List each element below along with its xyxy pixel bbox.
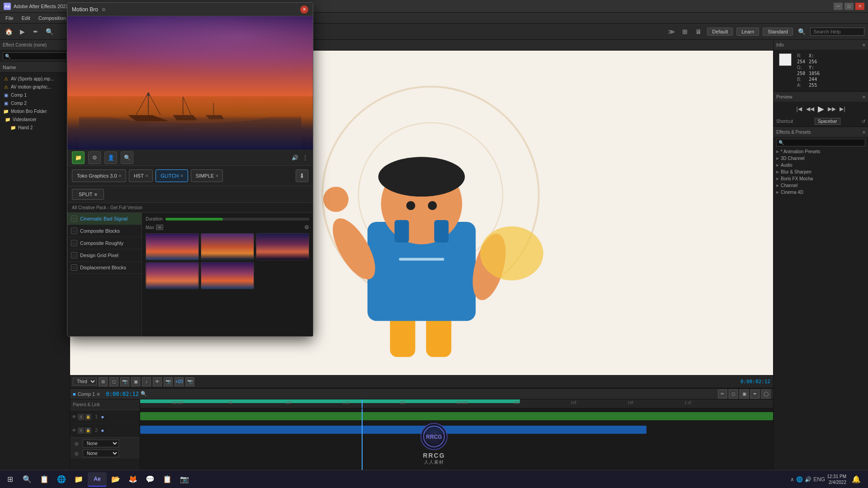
menu-edit[interactable]: Edit (18, 14, 34, 22)
mb-close-button[interactable]: ✕ (300, 5, 308, 14)
mb-download-btn[interactable]: ⬇ (296, 169, 308, 182)
monitor-icon[interactable]: 🖥 (693, 27, 703, 37)
workspace-standard[interactable]: Standard (763, 28, 793, 36)
mask-ctrl-btn[interactable]: ◻ (109, 377, 118, 386)
tl-btn-5[interactable]: ◯ (761, 389, 770, 399)
play-btn[interactable]: ▶ (816, 104, 826, 113)
mb-tag-toko[interactable]: Toko Graphics 3.0 ≡ (72, 169, 126, 182)
mb-tag-simple[interactable]: SIMPLE ≡ (191, 169, 223, 182)
track-eye-2[interactable]: 👁 (72, 428, 76, 433)
menu-composition[interactable]: Composition (35, 14, 70, 22)
workspace-learn[interactable]: Learn (736, 28, 759, 36)
view-select[interactable]: Third (73, 378, 97, 385)
effects-item-boris[interactable]: ▶ Boris FX Mocha (774, 175, 868, 182)
grid-ctrl-btn[interactable]: ⊞ (99, 377, 108, 386)
close-button[interactable]: ✕ (855, 3, 864, 10)
workspace-default[interactable]: Default (707, 28, 733, 36)
mb-list-item-displacement[interactable]: □ Displacement Blocks (67, 262, 142, 274)
mb-list-item-composite-blocks[interactable]: □ Composite Blocks (67, 225, 142, 237)
grid-icon[interactable]: ⊞ (680, 27, 690, 37)
timeline-checkbox[interactable]: ■ (73, 391, 76, 397)
effects-item-channel[interactable]: ▶ Channel (774, 182, 868, 189)
project-search-input[interactable] (3, 52, 67, 60)
mb-thumb-2[interactable] (201, 233, 254, 260)
parent-select-1[interactable]: None (83, 440, 119, 447)
playhead-content[interactable] (362, 408, 363, 478)
taskbar-folder-btn[interactable]: 📂 (108, 472, 124, 487)
taskbar-clipboard-btn[interactable]: 📋 (159, 472, 175, 487)
tl-btn-1[interactable]: ✏ (718, 389, 727, 399)
effects-item-audio[interactable]: ▶ Audio (774, 162, 868, 169)
info-section-header[interactable]: Info ≡ (774, 40, 868, 50)
snapshot-ctrl-btn[interactable]: 📷 (164, 377, 173, 386)
taskbar-start-btn[interactable]: ⊞ (2, 472, 18, 487)
taskbar-explorer-btn[interactable]: 📁 (71, 472, 87, 487)
taskbar-lang-label[interactable]: ENG (813, 476, 825, 483)
search-icon[interactable]: 🔍 (797, 27, 807, 37)
project-item-videolancer[interactable]: 📁 Videolancer (0, 115, 70, 123)
mb-more-icon[interactable]: ⋮ (302, 154, 308, 161)
timeline-search-icon[interactable]: 🔍 (141, 391, 147, 397)
mb-thumb-5[interactable] (201, 262, 254, 289)
search-help-input[interactable] (810, 28, 864, 36)
effects-item-animation[interactable]: ▶ * Animation Presets (774, 148, 868, 155)
track-eye-1[interactable]: 👁 (72, 414, 76, 419)
menu-file[interactable]: File (2, 14, 17, 22)
project-item-hand2[interactable]: 📁 Hand 2 (0, 123, 70, 131)
mb-menu-icon[interactable]: ≡ (102, 6, 105, 13)
timeline-bar-track2[interactable] (140, 426, 646, 434)
search-tool-icon[interactable]: 🔍 (44, 27, 54, 37)
track-solo-2[interactable]: S (78, 427, 84, 434)
project-item-comp2[interactable]: ▣ Comp 2 (0, 99, 70, 107)
mb-user-btn[interactable]: 👤 (104, 151, 117, 164)
camera-ctrl-btn[interactable]: 📷 (120, 377, 129, 386)
preview-section-header[interactable]: Preview ≡ (774, 92, 868, 102)
minimize-button[interactable]: ─ (834, 3, 843, 10)
view-ctrl-btn[interactable]: 👁 (153, 377, 162, 386)
expand-icon[interactable]: ≫ (666, 27, 676, 37)
taskbar-taskview-btn[interactable]: 📋 (36, 472, 52, 487)
pen-tool-icon[interactable]: ✒ (31, 27, 41, 37)
home-icon[interactable]: 🏠 (4, 27, 14, 37)
skip-end-btn[interactable]: ▶| (838, 104, 847, 113)
next-frame-btn[interactable]: ▶▶ (827, 104, 836, 113)
maximize-button[interactable]: □ (844, 3, 854, 10)
playhead[interactable] (362, 399, 363, 408)
taskbar-sound-icon[interactable]: 🔊 (805, 476, 811, 483)
project-item-motion-bro-folder[interactable]: 📁 Motion Bro Folder (0, 107, 70, 115)
mb-browse-btn[interactable]: 📁 (72, 151, 85, 164)
tl-btn-3[interactable]: ▣ (740, 389, 749, 399)
effects-search-input[interactable] (776, 139, 865, 146)
taskbar-time[interactable]: 12:31 PM 2/4/2022 (827, 474, 846, 485)
project-item-av-sports[interactable]: ⚠ AV (Sports app).mp... (0, 75, 70, 83)
taskbar-firefox-btn[interactable]: 🦊 (125, 472, 141, 487)
mb-list-item-composite-roughly[interactable]: □ Composite Roughly (67, 237, 142, 249)
render-ctrl-btn[interactable]: ▣ (131, 377, 140, 386)
reset-icon[interactable]: ↺ (862, 119, 865, 124)
taskbar-up-icon[interactable]: ∧ (790, 476, 794, 483)
mb-volume-icon[interactable]: 🔊 (292, 155, 298, 161)
timeline-bar-track1[interactable] (140, 412, 773, 420)
prev-frame-btn[interactable]: ◀◀ (806, 104, 815, 113)
mb-thumb-1[interactable] (146, 233, 199, 260)
audio-ctrl-btn[interactable]: ♪ (142, 377, 151, 386)
taskbar-photo-btn[interactable]: 📷 (176, 472, 193, 487)
taskbar-notifications-btn[interactable]: 🔔 (848, 472, 864, 487)
track-lock-2[interactable]: 🔒 (85, 427, 91, 434)
tl-btn-2[interactable]: ◻ (729, 389, 738, 399)
mb-split-button[interactable]: SPLIT ≡ (72, 189, 104, 200)
plus-ctrl-btn[interactable]: +00 (175, 377, 184, 386)
taskbar-network-icon[interactable]: 🌐 (796, 476, 803, 483)
taskbar-edge-btn[interactable]: 🌐 (53, 472, 70, 487)
mb-thumb-4[interactable] (146, 262, 199, 289)
mb-search-btn[interactable]: 🔍 (121, 151, 133, 164)
track-solo-1[interactable]: S (78, 414, 84, 420)
mb-tag-hst[interactable]: HST ≡ (129, 169, 153, 182)
mb-tag-glitch[interactable]: GLITCH ≡ (156, 169, 188, 182)
effects-item-blur[interactable]: ▶ Blur & Sharpen (774, 169, 868, 175)
mb-settings-icon[interactable]: ⚙ (304, 224, 309, 230)
timeline-expand-icon[interactable]: ≡ (97, 391, 99, 397)
mb-thumb-3[interactable] (256, 233, 309, 260)
effects-section-header[interactable]: Effects & Presets ≡ (774, 127, 868, 137)
effects-item-cinema4d[interactable]: ▶ Cinema 4D (774, 189, 868, 196)
